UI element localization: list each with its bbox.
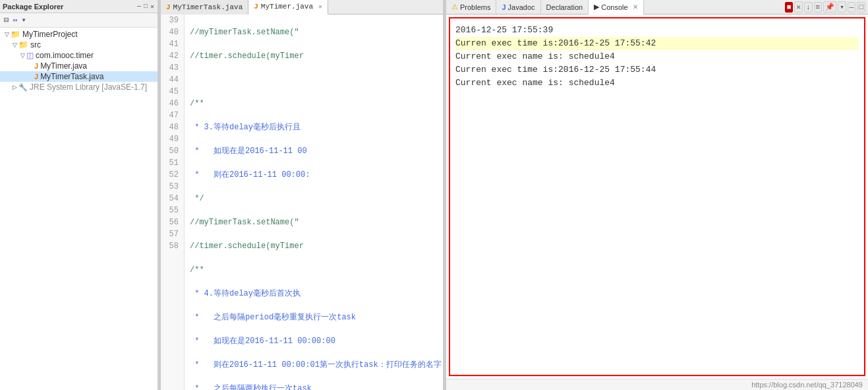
maximize-button[interactable]: □ <box>857 2 865 13</box>
expand-package[interactable]: ▽ <box>18 52 26 59</box>
javadoc-label: Javadoc <box>508 3 535 11</box>
mytimer-label: MyTimer.java <box>40 61 87 71</box>
code-line-44: * 如现在是2016-11-11 00 <box>190 145 438 157</box>
tab-javadoc[interactable]: J Javadoc <box>496 0 540 15</box>
stop-button[interactable]: ■ <box>785 2 794 13</box>
console-line-4: Curren exec time is:2016-12-25 17:55:44 <box>455 63 859 77</box>
mytimertask-label: MyTimerTask.java <box>40 72 103 81</box>
tab-mytimer[interactable]: J MyTimer.java ✕ <box>248 0 328 15</box>
project-label: MyTimerProject <box>22 30 78 39</box>
console-panel: ⚠ Problems J Javadoc Declaration ▶ Conso… <box>446 0 868 390</box>
code-line-42: /** <box>190 98 438 110</box>
console-close[interactable]: ✕ <box>633 3 638 11</box>
url-text: https://blog.csdn.net/qq_37128049 <box>751 381 863 389</box>
package-explorer-panel: Package Explorer — □ ✕ ⊟ ⇔ ▾ ▽ 📁 MyTimer… <box>0 0 158 390</box>
code-line-48: //timer.schedule(myTimer <box>190 240 438 252</box>
code-line-52: * 如现在是2016-11-11 00:00:00 <box>190 335 438 347</box>
tab-mytimer-close[interactable]: ✕ <box>318 3 322 11</box>
console-line-1: 2016-12-25 17:55:39 <box>455 24 859 37</box>
code-line-41 <box>190 74 438 86</box>
javadoc-icon: J <box>502 3 506 11</box>
tree-item-project[interactable]: ▽ 📁 MyTimerProject <box>0 29 158 40</box>
package-label: com.imooc.timer <box>36 51 94 60</box>
code-line-54: * 之后每隔两秒执行一次task <box>190 383 438 390</box>
mytimer-icon: J <box>34 62 38 70</box>
package-icon: ◫ <box>26 51 34 60</box>
tab-mytimertask-label: MyTimerTask.java <box>173 3 243 11</box>
tree-item-mytimertask[interactable]: J MyTimerTask.java <box>0 71 158 82</box>
minimize-button[interactable]: — <box>848 2 856 13</box>
code-line-49: /** <box>190 264 438 276</box>
view-menu-button[interactable]: ▾ <box>20 15 27 26</box>
view-menu-button[interactable]: ▾ <box>838 1 846 13</box>
console-tabs: ⚠ Problems J Javadoc Declaration ▶ Conso… <box>446 0 868 15</box>
line-numbers: 39 40 41 42 43 44 45 46 47 48 49 50 51 5… <box>161 15 185 390</box>
code-line-40: //timer.schedule(myTimer <box>190 50 438 62</box>
panel-toolbar: ⊟ ⇔ ▾ <box>0 13 158 28</box>
tab-mytimertask-icon: J <box>166 3 171 11</box>
console-output: 2016-12-25 17:55:39 Curren exec time is:… <box>449 17 865 376</box>
tree-item-package[interactable]: ▽ ◫ com.imooc.timer <box>0 50 158 61</box>
word-wrap-button[interactable]: ≡ <box>814 2 823 13</box>
tab-problems[interactable]: ⚠ Problems <box>446 0 496 15</box>
tab-mytimer-label: MyTimer.java <box>261 3 313 11</box>
src-label: src <box>30 40 41 49</box>
minimize-icon[interactable]: — <box>136 2 142 11</box>
declaration-label: Declaration <box>546 3 583 11</box>
code-line-45: * 则在2016-11-11 00:00: <box>190 169 438 181</box>
pin-button[interactable]: 📌 <box>823 1 836 13</box>
problems-label: Problems <box>460 3 490 11</box>
link-editor-button[interactable]: ⇔ <box>11 15 18 26</box>
tab-mytimertask[interactable]: J MyTimerTask.java <box>161 0 248 15</box>
expand-src[interactable]: ▽ <box>11 42 18 48</box>
code-text[interactable]: //myTimerTask.setName(" //timer.schedule… <box>185 15 443 390</box>
maximize-icon[interactable]: □ <box>143 2 148 11</box>
collapse-all-button[interactable]: ⊟ <box>3 15 10 26</box>
code-content: 39 40 41 42 43 44 45 46 47 48 49 50 51 5… <box>161 15 443 390</box>
mytimertask-icon: J <box>34 73 38 81</box>
scroll-button[interactable]: ↓ <box>804 2 813 13</box>
code-line-46: */ <box>190 193 438 205</box>
code-line-51: * 之后每隔period毫秒重复执行一次task <box>190 311 438 323</box>
src-icon: 📁 <box>18 40 28 49</box>
tree-item-src[interactable]: ▽ 📁 src <box>0 40 158 50</box>
code-line-43: * 3.等待delay毫秒后执行且 <box>190 121 438 133</box>
project-icon: 📁 <box>11 30 20 39</box>
jre-label: JRE System Library [JavaSE-1.7] <box>30 82 147 92</box>
jre-icon: 🔧 <box>18 83 28 92</box>
package-explorer-title: Package Explorer <box>3 3 63 11</box>
expand-jre[interactable]: ▷ <box>11 84 18 90</box>
console-toolbar: ■ ✕ ↓ ≡ 📌 ▾ — □ <box>782 0 868 15</box>
problems-icon: ⚠ <box>451 3 458 11</box>
tree-item-jre[interactable]: ▷ 🔧 JRE System Library [JavaSE-1.7] <box>0 82 158 92</box>
code-line-47: //myTimerTask.setName(" <box>190 216 438 228</box>
url-bar: https://blog.csdn.net/qq_37128049 <box>446 379 868 390</box>
clear-button[interactable]: ✕ <box>794 1 803 13</box>
console-line-3: Current exec name is: schedule4 <box>455 50 859 63</box>
close-icon[interactable]: ✕ <box>150 2 155 11</box>
tab-console[interactable]: ▶ Console ✕ <box>589 0 643 15</box>
console-line-5: Current exec name is: schedule4 <box>455 77 859 90</box>
console-line-2: Curren exec time is:2016-12-25 17:55:42 <box>455 37 859 50</box>
tab-mytimer-icon: J <box>254 3 258 11</box>
tab-declaration[interactable]: Declaration <box>541 0 589 15</box>
package-explorer-header: Package Explorer — □ ✕ <box>0 0 158 13</box>
panel-icons: — □ ✕ <box>136 2 155 11</box>
code-line-50: * 4.等待delay毫秒后首次执 <box>190 288 438 300</box>
console-label: Console <box>601 3 627 11</box>
console-icon: ▶ <box>594 3 599 11</box>
tree-item-mytimer[interactable]: J MyTimer.java <box>0 61 158 71</box>
editor-tabs: J MyTimerTask.java J MyTimer.java ✕ <box>161 0 443 15</box>
code-line-53: * 则在2016-11-11 00:00:01第一次执行task：打印任务的名字 <box>190 359 438 371</box>
package-tree: ▽ 📁 MyTimerProject ▽ 📁 src ▽ ◫ com.imooc… <box>0 28 158 390</box>
code-line-39: //myTimerTask.setName(" <box>190 26 438 38</box>
expand-project[interactable]: ▽ <box>3 31 11 38</box>
code-editor: J MyTimerTask.java J MyTimer.java ✕ 39 4… <box>161 0 444 390</box>
